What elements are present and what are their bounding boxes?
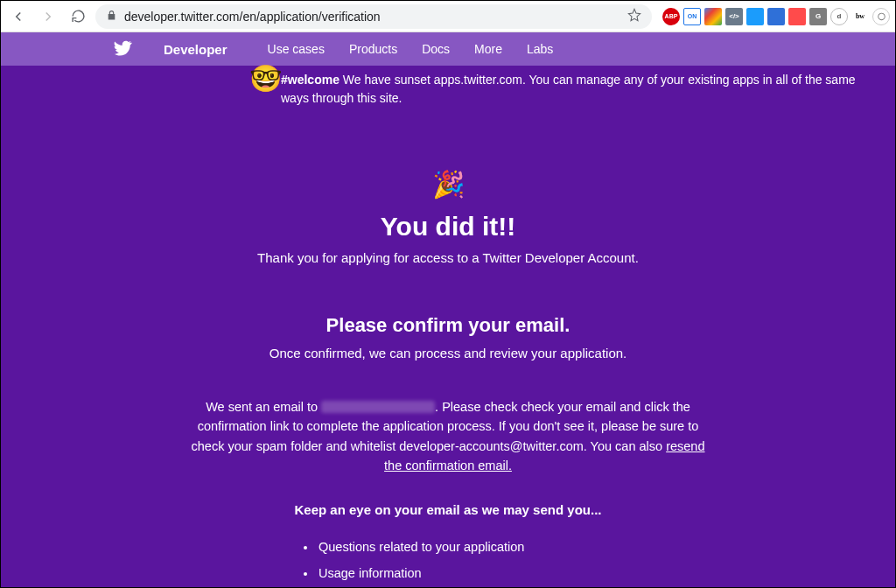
nav-products[interactable]: Products xyxy=(349,42,397,56)
nav-docs[interactable]: Docs xyxy=(422,42,450,56)
extension-icon[interactable]: d xyxy=(830,8,848,25)
page-body: Developer Use cases Products Docs More L… xyxy=(1,32,895,588)
confirm-heading: Please confirm your email. xyxy=(142,314,754,337)
extensions-row: ABP ON </> G d bw ◯ xyxy=(657,8,890,25)
subheading-1: Thank you for applying for access to a T… xyxy=(142,250,754,265)
extension-icon[interactable] xyxy=(746,8,764,25)
keep-eye-heading: Keep an eye on your email as we may send… xyxy=(142,502,754,517)
extension-icon[interactable]: ◯ xyxy=(872,8,890,25)
nav-labs[interactable]: Labs xyxy=(527,42,553,56)
address-bar[interactable]: developer.twitter.com/en/application/ver… xyxy=(95,4,652,29)
top-nav: Developer Use cases Products Docs More L… xyxy=(1,32,895,66)
url-text: developer.twitter.com/en/application/ver… xyxy=(124,10,381,24)
list-item: Questions related to your application xyxy=(317,540,579,554)
twitter-bird-icon[interactable] xyxy=(113,38,132,60)
extension-icon[interactable]: G xyxy=(809,8,827,25)
banner-text: We have sunset apps.twitter.com. You can… xyxy=(281,73,856,105)
back-button[interactable] xyxy=(6,4,31,29)
list-item: Usage information xyxy=(317,566,579,580)
redacted-email xyxy=(321,401,435,413)
nav-use-cases[interactable]: Use cases xyxy=(268,42,325,56)
extension-icon[interactable] xyxy=(767,8,785,25)
nav-more[interactable]: More xyxy=(474,42,502,56)
nav-brand[interactable]: Developer xyxy=(164,42,228,57)
lock-icon xyxy=(106,10,117,24)
extension-on-icon[interactable]: ON xyxy=(683,8,701,25)
para-pre: We sent an email to xyxy=(206,400,321,414)
extension-icon[interactable]: bw xyxy=(851,8,869,25)
welcome-banner: 🤓 #welcome We have sunset apps.twitter.c… xyxy=(1,66,895,116)
nerd-face-icon: 🤓 xyxy=(249,59,282,98)
bullet-list: Questions related to your application Us… xyxy=(317,540,579,588)
extension-abp-icon[interactable]: ABP xyxy=(662,8,680,25)
subheading-2: Once confirmed, we can process and revie… xyxy=(142,346,754,360)
bookmark-star-icon[interactable] xyxy=(627,8,641,24)
party-popper-icon: 🎉 xyxy=(142,169,754,200)
extension-icon[interactable] xyxy=(704,8,722,25)
forward-button[interactable] xyxy=(36,4,60,29)
banner-tag: #welcome xyxy=(281,73,340,87)
main-content: 🎉 You did it!! Thank you for applying fo… xyxy=(142,169,754,588)
extension-icon[interactable]: </> xyxy=(725,8,743,25)
page-heading: You did it!! xyxy=(142,212,754,242)
reload-button[interactable] xyxy=(66,4,90,29)
extension-icon[interactable] xyxy=(788,8,806,25)
email-paragraph: We sent an email to . Please check check… xyxy=(186,397,710,476)
browser-toolbar: developer.twitter.com/en/application/ver… xyxy=(1,1,895,32)
